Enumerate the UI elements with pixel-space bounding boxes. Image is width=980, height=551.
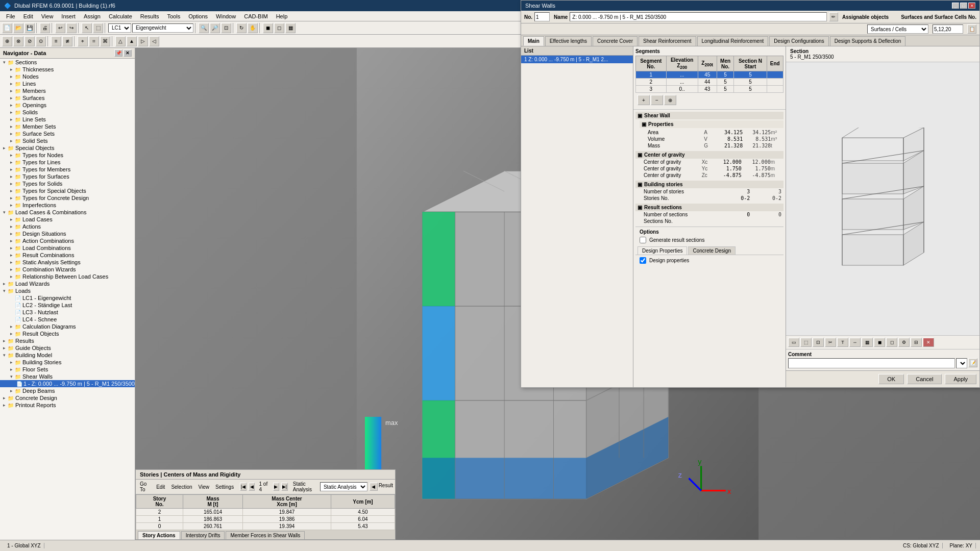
tab-design-supports[interactable]: Design Supports & Deflection — [830, 36, 906, 46]
view-front-button[interactable]: ▭ — [788, 338, 799, 347]
ok-button[interactable]: OK — [878, 374, 904, 384]
stories-prev-button[interactable]: ◀ — [249, 483, 255, 491]
nav-item[interactable]: ▸📁Actions — [0, 223, 135, 230]
nav-item[interactable]: ▸📁Special Objects — [0, 144, 135, 152]
building-stories-header[interactable]: ▣ Building stories — [635, 181, 783, 188]
surface-button[interactable]: ▦ — [285, 23, 296, 33]
tb2-btn1[interactable]: ⊕ — [2, 36, 12, 46]
pan-button[interactable]: ✋ — [248, 23, 258, 33]
tb2-btn10[interactable]: △ — [115, 36, 126, 46]
nav-item[interactable]: ▾📁Shear Walls — [0, 373, 135, 380]
table-row[interactable]: 0260.76119.3945.43 — [136, 523, 395, 530]
nav-item[interactable]: ▸📁Types for Members — [0, 166, 135, 173]
view-3d-button[interactable]: ⬚ — [800, 338, 812, 347]
zoom-in-button[interactable]: 🔍 — [199, 23, 209, 33]
nav-item[interactable]: ▸📁Thicknesses — [0, 66, 135, 73]
nav-item[interactable]: ▸📁Member Sets — [0, 123, 135, 130]
menu-insert[interactable]: Insert — [57, 12, 80, 20]
tb2-btn13[interactable]: ◁ — [149, 36, 159, 46]
tb2-btn3[interactable]: ⊘ — [24, 36, 35, 46]
seg-add-button[interactable]: + — [638, 95, 650, 105]
view-dim-button[interactable]: ↔ — [849, 338, 861, 347]
stories-edit[interactable]: Edit — [154, 484, 167, 490]
stories-goto[interactable]: Go To — [138, 481, 152, 493]
new-button[interactable]: 📄 — [2, 23, 12, 33]
select-all-button[interactable]: ⬚ — [93, 23, 103, 33]
tb2-btn12[interactable]: ▷ — [138, 36, 148, 46]
stories-next-button[interactable]: ▶ — [273, 483, 280, 491]
nav-item[interactable]: ▾📁Sections — [0, 59, 135, 66]
tb2-btn4[interactable]: ⊙ — [36, 36, 46, 46]
redo-button[interactable]: ↪ — [66, 23, 77, 33]
loadname-combo[interactable]: Eigengewicht — [132, 23, 193, 33]
view-table-button[interactable]: ▦ — [862, 338, 873, 347]
surfaces-combo[interactable]: Surfaces / Cells — [867, 24, 928, 34]
nav-item[interactable]: ▸📁Types for Special Objects — [0, 187, 135, 194]
nav-item[interactable]: ▸📁Deep Beams — [0, 387, 135, 394]
apply-button[interactable]: Apply — [945, 374, 976, 384]
tb2-btn8[interactable]: ⌗ — [89, 36, 99, 46]
nav-item[interactable]: ▸📁Relationship Between Load Cases — [0, 273, 135, 280]
tab-effective-lengths[interactable]: Effective lengths — [545, 36, 592, 46]
nav-item[interactable]: ▸📁Guide Objects — [0, 344, 135, 352]
tb2-btn7[interactable]: ⌖ — [78, 36, 88, 46]
menu-options[interactable]: Options — [184, 12, 212, 20]
dialog-min-button[interactable]: _ — [952, 3, 959, 9]
nav-pin-button[interactable]: 📌 — [114, 49, 122, 57]
seg-copy-button[interactable]: ⊕ — [664, 95, 676, 105]
tb2-btn11[interactable]: ▲ — [127, 36, 137, 46]
nav-item[interactable]: ▾📁Building Model — [0, 352, 135, 359]
nav-item[interactable]: ▸📁Building Stories — [0, 359, 135, 366]
menu-cad-bim[interactable]: CAD-BIM — [240, 12, 272, 20]
open-button[interactable]: 📂 — [13, 23, 23, 33]
zoom-out-button[interactable]: 🔎 — [210, 23, 220, 33]
render-button[interactable]: ◼ — [263, 23, 273, 33]
menu-window[interactable]: Window — [212, 12, 240, 20]
table-row[interactable]: 1...4555 — [636, 71, 783, 79]
menu-edit[interactable]: Edit — [19, 12, 37, 20]
dialog-max-button[interactable]: □ — [960, 3, 967, 9]
nav-item[interactable]: ▸📁Printout Reports — [0, 402, 135, 409]
stories-view[interactable]: View — [197, 484, 212, 490]
nav-item[interactable]: ▸📁Types for Lines — [0, 159, 135, 166]
tab-main[interactable]: Main — [523, 36, 544, 46]
nav-item[interactable]: ▸📁Solid Sets — [0, 137, 135, 144]
save-button[interactable]: 💾 — [24, 23, 35, 33]
nav-item[interactable]: 📄LC3 - Nutzlast — [0, 309, 135, 316]
design-tab-properties[interactable]: Design Properties — [638, 246, 687, 255]
view-text-button[interactable]: T — [837, 338, 848, 347]
shearwall-header[interactable]: ▣ Shear Wall — [635, 112, 783, 119]
print-button[interactable]: 🖨 — [40, 23, 50, 33]
rotate-button[interactable]: ↻ — [236, 23, 247, 33]
nav-item[interactable]: ▸📁Types for Solids — [0, 180, 135, 187]
nav-item[interactable]: ▸📁Types for Surfaces — [0, 173, 135, 180]
view-zoom-fit-button[interactable]: ⊟ — [911, 338, 922, 347]
nav-item[interactable]: 📄LC1 - Eigengewicht — [0, 294, 135, 302]
design-properties-checkbox[interactable] — [640, 257, 646, 264]
tb2-btn9[interactable]: ⌘ — [100, 36, 110, 46]
menu-help[interactable]: Help — [272, 12, 292, 20]
table-row[interactable]: 1186.86319.3866.04 — [136, 516, 395, 523]
result-sections-header[interactable]: ▣ Result sections — [635, 204, 783, 211]
nav-item[interactable]: ▸📁Solids — [0, 109, 135, 116]
nav-item[interactable]: ▸📁Load Combinations — [0, 244, 135, 252]
generate-result-sections-checkbox[interactable] — [640, 237, 646, 243]
view-top-button[interactable]: ⊡ — [813, 338, 824, 347]
select-button[interactable]: ↖ — [82, 23, 92, 33]
nav-item[interactable]: ▸📁Members — [0, 87, 135, 94]
nav-item[interactable]: 📄LC4 - Schnee — [0, 316, 135, 323]
nav-item[interactable]: ▸📁Concrete Design — [0, 394, 135, 402]
nav-item[interactable]: ▸📁Floor Sets — [0, 366, 135, 373]
nav-item[interactable]: ▸📁Results — [0, 337, 135, 344]
nav-item[interactable]: ▸📁Action Combinations — [0, 237, 135, 244]
nav-item[interactable]: ▸📁Line Sets — [0, 116, 135, 123]
tab-story-actions[interactable]: Story Actions — [138, 531, 180, 539]
tab-design-configurations[interactable]: Design Configurations — [769, 36, 828, 46]
stories-first-button[interactable]: |◀ — [240, 483, 247, 491]
nav-item[interactable]: ▸📁Static Analysis Settings — [0, 259, 135, 266]
view-section-button[interactable]: ✂ — [825, 338, 836, 347]
nav-item[interactable]: ▸📁Design Situations — [0, 230, 135, 237]
menu-calculate[interactable]: Calculate — [105, 12, 136, 20]
nav-close-button[interactable]: ✕ — [124, 49, 132, 57]
menu-assign[interactable]: Assign — [80, 12, 105, 20]
